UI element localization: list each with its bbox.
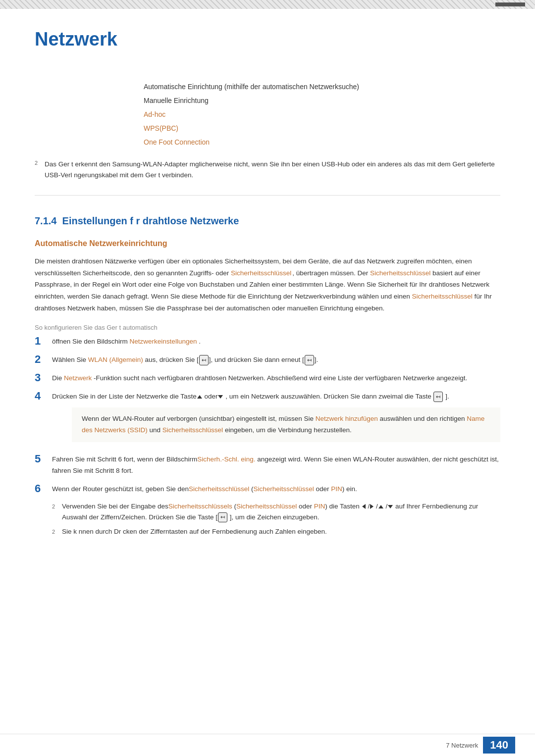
auto-label: So konfigurieren Sie das Ger t automatis… xyxy=(35,324,500,331)
note-text-1: Das Ger t erkennt den Samsung-WLAN-Adapt… xyxy=(45,159,500,180)
step-5: 5 Fahren Sie mit Schritt 6 fort, wenn de… xyxy=(35,454,500,477)
subnote-marker-2: 2 xyxy=(52,527,58,537)
page-container: Netzwerk Automatische Einrichtung (mithi… xyxy=(0,0,535,756)
divider xyxy=(35,195,500,196)
section-title: Einstellungen f r drahtlose Netzwerke xyxy=(62,215,239,226)
step-num-4: 4 xyxy=(35,390,52,403)
step-text-2: Wählen Sie WLAN (Allgemein) aus, drücken… xyxy=(52,354,500,366)
subnote-text-2: Sie k nnen durch Dr cken der Zifferntast… xyxy=(62,526,327,537)
page-label: 7 Netzwerk xyxy=(446,742,478,749)
sicherheitsschluessel-link3: Sicherheitsschlüssel xyxy=(253,485,314,493)
note-item-1: 2 Das Ger t erkennt den Samsung-WLAN-Ada… xyxy=(35,159,500,180)
page-title: Netzwerk xyxy=(35,29,500,50)
key-icon-1: ↤ xyxy=(199,355,209,365)
step-text-6: Wenn der Router geschützt ist, geben Sie… xyxy=(52,484,500,541)
subnotes-container: 2 Verwenden Sie bei der Eingabe desSiche… xyxy=(52,501,500,537)
section-heading: 7.1.4 Einstellungen f r drahtlose Netzwe… xyxy=(35,215,500,227)
menu-item-4[interactable]: WPS(PBC) xyxy=(144,121,500,135)
netzwerk-link: Netzwerk xyxy=(64,374,92,382)
subnote-1: 2 Verwenden Sie bei der Eingabe desSiche… xyxy=(52,501,500,522)
step-6: 6 Wenn der Router geschützt ist, geben S… xyxy=(35,484,500,541)
step-num-1: 1 xyxy=(35,335,52,348)
step-num-5: 5 xyxy=(35,453,52,465)
arrow-down2-icon xyxy=(388,505,393,508)
highlight-2: Sicherheitsschlüssel xyxy=(370,269,430,277)
key-icon-4: ↤ xyxy=(218,512,227,522)
bottom-bar: 7 Netzwerk 140 xyxy=(0,734,535,756)
key-icon-3: ↤ xyxy=(433,392,443,402)
menu-item-2: Manuelle Einrichtung xyxy=(144,94,500,107)
subsection-heading: Automatische Netzwerkeinrichtung xyxy=(35,239,500,248)
highlight-1: Sicherheitsschlüssel xyxy=(231,269,291,277)
highlight-3: Sicherheitsschlüssel xyxy=(412,293,472,300)
key-icon-2: ↤ xyxy=(305,355,314,365)
note-marker-1: 2 xyxy=(35,160,41,166)
arrow-left-icon xyxy=(362,504,366,509)
menu-list: Automatische Einrichtung (mithilfe der a… xyxy=(144,80,500,149)
arrow-right-icon xyxy=(370,504,374,509)
sicherheitsschluessel-sub-link: Sicherheitsschlüssels xyxy=(168,503,232,510)
menu-item-1: Automatische Einrichtung (mithilfe der a… xyxy=(144,80,500,94)
sicherheitsschluessel-sub-link2: Sicherheitsschlüssel xyxy=(236,503,297,510)
arrow-up-icon xyxy=(197,395,202,399)
step-num-6: 6 xyxy=(35,482,52,495)
pin-sub-link: PIN xyxy=(314,503,325,510)
top-bar xyxy=(495,2,525,6)
subnote-text-1: Verwenden Sie bei der Eingabe desSicherh… xyxy=(62,501,500,522)
step-text-3: Die Netzwerk -Funktion sucht nach verfüg… xyxy=(52,373,500,384)
ssid-link: Name des Netzwerks (SSID) xyxy=(82,415,484,434)
pin-link: PIN xyxy=(331,485,342,493)
step-2: 2 Wählen Sie WLAN (Allgemein) aus, drück… xyxy=(35,354,500,366)
step-num-2: 2 xyxy=(35,353,52,366)
subnote-marker-1: 2 xyxy=(52,502,58,511)
arrow-up2-icon xyxy=(378,505,383,508)
menu-item-3[interactable]: Ad-hoc xyxy=(144,107,500,121)
wlan-link: WLAN (Allgemein) xyxy=(88,356,143,363)
page-number-box: 140 xyxy=(483,737,515,754)
step-text-5: Fahren Sie mit Schritt 6 fort, wenn der … xyxy=(52,454,500,477)
step-4: 4 Drücken Sie in der Liste der Netzwerke… xyxy=(35,391,500,447)
netzwerkeinstellungen-link: Netzwerkeinstellungen xyxy=(130,338,197,345)
sicherheitsschluessel-link-indent: Sicherheitsschlüssel xyxy=(162,426,223,434)
arrow-down-icon xyxy=(218,395,223,399)
page-number-area: 7 Netzwerk 140 xyxy=(446,737,515,754)
step-1: 1 öffnen Sie den Bildschirm Netzwerkeins… xyxy=(35,336,500,348)
step-3: 3 Die Netzwerk -Funktion sucht nach verf… xyxy=(35,373,500,384)
menu-item-5[interactable]: One Foot Connection xyxy=(144,135,500,149)
netzwerk-hinzufuegen-link: Netzwerk hinzufügen xyxy=(316,415,378,422)
sicherh-link: Sicherh.-Schl. eing. xyxy=(197,455,255,463)
content-area: Netzwerk Automatische Einrichtung (mithi… xyxy=(0,9,535,578)
section-number: 7.1.4 xyxy=(35,215,56,226)
top-stripe xyxy=(0,0,535,9)
step-text-1: öffnen Sie den Bildschirm Netzwerkeinste… xyxy=(52,336,500,348)
sicherheitsschluessel-link2: Sicherheitsschlüssel xyxy=(189,485,249,493)
body-text-1: Die meisten drahtlosen Nätzwerke verfüge… xyxy=(35,255,500,314)
subnote-2: 2 Sie k nnen durch Dr cken der Ziffernta… xyxy=(52,526,500,537)
step-text-4: Drücken Sie in der Liste der Netzwerke d… xyxy=(52,391,500,447)
steps-list: 1 öffnen Sie den Bildschirm Netzwerkeins… xyxy=(35,336,500,541)
indent-block-1: Wenn der WLAN-Router auf verborgen (unsi… xyxy=(72,407,500,442)
step-num-3: 3 xyxy=(35,371,52,384)
